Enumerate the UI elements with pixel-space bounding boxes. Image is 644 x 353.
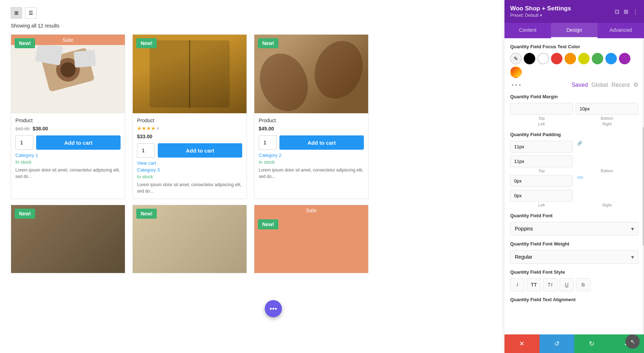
product-image-wrap-5: New!: [133, 205, 247, 273]
padding-link-icon-2[interactable]: </>: [576, 175, 638, 187]
settings-panel: Woo Shop + Settings Preset: Default ▾ ⊡ …: [504, 0, 644, 353]
padding-bottom-input[interactable]: [511, 156, 573, 167]
global-tab[interactable]: Global: [591, 82, 608, 88]
color-swatch-purple[interactable]: [619, 53, 630, 64]
price-wrap-3: $45.00: [259, 125, 364, 132]
qty-font-style-label: Quantity Field Font Style: [510, 269, 638, 275]
floating-action-button[interactable]: •••: [265, 300, 282, 317]
recent-tab[interactable]: Recent: [611, 82, 630, 88]
padding-labels-row2: Left Right: [510, 203, 638, 207]
font-style-uppercase[interactable]: TT: [527, 278, 541, 291]
qty-text-align-group: Quantity Field Text Alignment: [510, 297, 638, 302]
redo-button[interactable]: ↻: [574, 334, 609, 353]
font-weight-select[interactable]: Regular: [510, 250, 638, 264]
category-link-2[interactable]: Category 3: [137, 167, 242, 173]
view-toolbar: ⊞ ☰: [11, 7, 494, 19]
font-style-capitalize[interactable]: Tт: [543, 278, 557, 291]
badge-new-3: New!: [258, 38, 278, 48]
grid-view-button[interactable]: ⊞: [11, 7, 22, 19]
qty-margin-label: Quantity Field Margin: [510, 94, 638, 99]
cart-row-1: Add to cart: [15, 135, 121, 150]
product-info-1: Product $42.00 $38.00 Add to cart Catego…: [11, 113, 125, 184]
color-swatch-yellow[interactable]: [578, 53, 590, 64]
color-swatch-orange[interactable]: [565, 53, 576, 64]
padding-left-input[interactable]: [511, 175, 573, 187]
tab-design[interactable]: Design: [551, 23, 597, 38]
category-link-3[interactable]: Category 2: [259, 153, 364, 158]
saved-tab[interactable]: Saved: [572, 82, 588, 88]
product-info-3: Product $45.00 Add to cart Category 2 In…: [254, 113, 368, 184]
font-select-wrap: Poppins ▾: [510, 222, 638, 235]
panel-tabs: Content Design Advanced: [504, 23, 644, 38]
padding-right-input[interactable]: [511, 190, 573, 201]
product-card-4: New!: [11, 205, 125, 273]
padding-top-cell: [510, 141, 573, 153]
svg-rect-5: [74, 50, 96, 68]
price-original-1: $42.00: [15, 126, 30, 131]
color-swatch-green[interactable]: [592, 53, 603, 64]
list-view-button[interactable]: ☰: [25, 7, 36, 19]
font-select[interactable]: Poppins: [510, 222, 638, 235]
tab-content[interactable]: Content: [504, 23, 551, 38]
font-style-underline[interactable]: U: [560, 278, 574, 291]
padding-left-cell: [510, 175, 573, 187]
undo-button[interactable]: ↺: [540, 334, 575, 353]
price-current-1: $38.00: [33, 126, 48, 131]
panel-more-icon[interactable]: ⋮: [633, 8, 638, 15]
margin-labels-row1: Top Bottom: [510, 116, 638, 120]
badge-sale-6: Sale: [254, 205, 368, 215]
margin-top-label: Top: [510, 116, 573, 120]
color-swatch-gradient[interactable]: [510, 66, 522, 78]
panel-subtitle[interactable]: Preset: Default ▾: [510, 13, 571, 18]
color-more-dots[interactable]: • • •: [510, 82, 522, 88]
padding-left-label: Left: [510, 203, 573, 207]
padding-link-icon[interactable]: 🔗: [576, 141, 638, 153]
in-stock-1: In stock: [15, 159, 121, 165]
product-image-wrap-1: Sale New!: [11, 35, 125, 113]
qty-input-1[interactable]: [15, 135, 33, 150]
panel-body: Quantity Field Focus Text Color ✎ • • • …: [504, 38, 644, 334]
product-name-1: Product: [15, 118, 121, 123]
padding-labels-row1: Top Bottom: [510, 169, 638, 173]
category-link-1[interactable]: Category 1: [15, 153, 121, 158]
qty-input-3[interactable]: [259, 135, 277, 150]
cancel-button[interactable]: ✕: [504, 334, 540, 353]
margin-top-input[interactable]: [511, 103, 573, 114]
results-count: Showing all 12 results: [11, 23, 494, 29]
font-style-strikethrough[interactable]: S: [576, 278, 590, 291]
color-swatch-blue[interactable]: [605, 53, 617, 64]
tab-advanced[interactable]: Advanced: [597, 23, 644, 38]
product-image-6: Sale: [254, 205, 368, 273]
product-name-2: Product: [137, 118, 242, 123]
qty-padding-label: Quantity Field Padding: [510, 132, 638, 137]
cart-row-2: Add to cart: [137, 143, 242, 158]
badge-new-6: New!: [258, 219, 278, 229]
badge-new-1: New!: [15, 38, 35, 48]
add-to-cart-button-3[interactable]: Add to cart: [279, 135, 364, 150]
add-to-cart-button-2[interactable]: Add to cart: [158, 143, 242, 158]
svg-point-10: [307, 35, 368, 105]
color-swatch-white[interactable]: [537, 53, 549, 64]
panel-responsive-icon[interactable]: ⊡: [615, 8, 619, 15]
price-wrap-1: $42.00 $38.00: [15, 125, 121, 132]
padding-top-input[interactable]: [511, 141, 573, 152]
color-swatch-red[interactable]: [551, 53, 562, 64]
price-wrap-2: $33.00: [137, 133, 242, 140]
add-to-cart-button-1[interactable]: Add to cart: [36, 135, 121, 150]
panel-title-wrap: Woo Shop + Settings Preset: Default ▾: [510, 5, 571, 18]
color-settings-icon[interactable]: ⚙: [633, 81, 638, 88]
view-cart-link-2[interactable]: View cart: [137, 160, 242, 166]
padding-top-label: Top: [510, 169, 573, 173]
font-style-italic[interactable]: I: [510, 278, 525, 291]
eyedropper-swatch[interactable]: ✎: [510, 53, 522, 64]
padding-fields-row2: </>: [510, 175, 638, 202]
color-swatch-black[interactable]: [524, 53, 535, 64]
qty-input-2[interactable]: [137, 143, 155, 158]
panel-expand-icon[interactable]: ⊞: [624, 8, 628, 15]
qty-font-group: Quantity Field Font Poppins ▾: [510, 213, 638, 235]
scrollbar-thumb[interactable]: [643, 127, 644, 246]
product-grid: Sale New! Product $42.00 $38.00 Add to c…: [11, 34, 369, 199]
bottom-right-button[interactable]: ↖: [625, 334, 640, 349]
panel-footer: ✕ ↺ ↻ ✓: [504, 334, 644, 353]
margin-right-input[interactable]: [576, 103, 638, 114]
